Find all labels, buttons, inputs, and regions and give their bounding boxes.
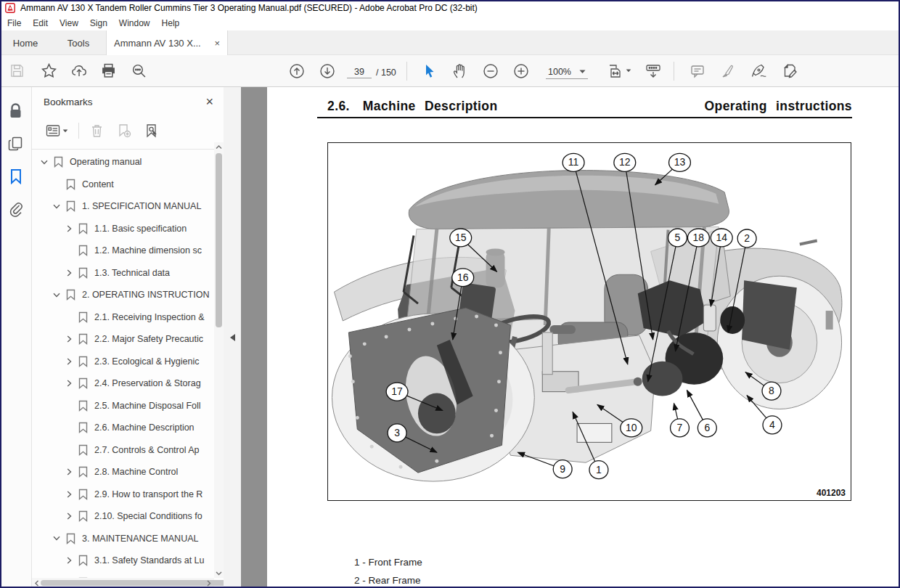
bookmark-options-button[interactable] [42,121,71,140]
chevron-right-icon[interactable] [64,467,74,477]
attachments-button[interactable] [4,197,28,221]
bookmark-item[interactable]: 2.7. Controls & Control Ap [32,439,214,462]
bookmark-item[interactable]: 2.5. Machine Disposal Foll [32,395,214,417]
page-number-input[interactable] [347,65,372,78]
bookmark-item[interactable]: 2.4. Preservation & Storag [32,372,214,395]
bookmark-item[interactable]: 2.2. Major Safety Precautic [32,328,214,351]
svg-text:11: 11 [568,156,579,168]
bookmark-item-label: 2.8. Machine Control [94,467,178,477]
svg-text:12: 12 [619,156,631,168]
expand-current-bookmark-button[interactable] [142,121,162,140]
bookmark-item[interactable]: Operating manual [32,151,214,173]
bookmark-item[interactable]: 3.1. Safety Standards at Lu [32,550,214,572]
tab-home[interactable]: Home [0,30,51,55]
bookmark-item[interactable]: 1.3. Technical data [32,262,214,285]
bookmark-item[interactable]: Content [32,173,214,196]
svg-text:9: 9 [560,463,565,475]
scrollbar-thumb[interactable] [41,580,224,586]
search-icon [131,63,147,78]
bookmarks-vertical-scrollbar[interactable] [214,142,224,578]
bookmark-item[interactable]: 3.2. Specification of fluids [32,572,214,579]
hand-icon [452,63,468,79]
menu-window[interactable]: Window [113,17,156,30]
scroll-right-arrow[interactable] [204,578,214,588]
save-icon [10,64,24,78]
bookmark-item[interactable]: 3. MAINTENANCE MANUAL [32,528,214,550]
chevron-right-icon[interactable] [64,334,74,344]
zoom-in-button[interactable] [510,60,532,82]
chevron-down-icon[interactable] [39,157,49,167]
close-tab-icon[interactable]: × [214,38,220,49]
svg-text:6: 6 [704,422,710,433]
menu-help[interactable]: Help [156,17,186,30]
bookmark-item[interactable]: 2.9. How to transport the R [32,483,214,506]
chevron-right-icon[interactable] [64,511,74,521]
zoom-out-button[interactable] [480,60,502,82]
scroll-up-arrow[interactable] [214,142,224,152]
save-button[interactable] [6,60,28,82]
tab-document[interactable]: Ammann AV 130 X... × [106,30,228,55]
bookmark-item[interactable]: 2.10. Special Conditions fo [32,505,214,528]
bookmark-item[interactable]: 1.1. Basic specification [32,218,214,240]
menu-view[interactable]: View [54,17,84,30]
bookmark-item-label: 2.4. Preservation & Storag [94,378,201,388]
select-tool-button[interactable] [419,60,441,82]
chevron-right-icon[interactable] [64,378,74,388]
bookmarks-panel-title: Bookmarks [44,97,93,107]
fit-width-button[interactable] [605,60,634,82]
search-button[interactable] [128,60,150,82]
next-page-button[interactable] [316,60,338,82]
bookmarks-panel-header: Bookmarks × [32,87,224,116]
bookmarks-tree: Operating manual Content 1. SPECIFICATIO… [32,151,214,578]
menu-file[interactable]: File [1,17,27,30]
svg-text:3: 3 [394,427,400,438]
previous-page-button[interactable] [286,60,308,82]
chevron-right-icon[interactable] [64,224,74,234]
bookmark-item[interactable]: 1. SPECIFICATION MANUAL [32,195,214,218]
bookmark-item[interactable]: 2.6. Machine Description [32,417,214,439]
chevron-right-icon[interactable] [64,356,74,367]
highlight-button[interactable] [717,60,739,82]
bookmarks-panel-button[interactable] [4,164,28,189]
bookmark-item-label: 2.7. Controls & Control Ap [94,445,200,455]
collapse-panel-button[interactable] [224,323,241,352]
bookmark-item[interactable]: 2.3. Ecological & Hygienic [32,351,214,373]
share-button[interactable] [68,60,90,82]
menu-sign[interactable]: Sign [84,17,113,30]
scrolling-mode-button[interactable] [642,60,664,82]
new-bookmark-button[interactable] [114,121,134,140]
comment-button[interactable] [687,60,708,82]
security-settings-button[interactable] [4,99,28,123]
close-panel-button[interactable]: × [205,95,213,108]
figure-code: 401203 [817,488,846,498]
section-number: 2.6. [327,99,350,114]
chevron-right-icon[interactable] [64,555,74,565]
favorites-button[interactable] [38,60,60,82]
chevron-down-icon[interactable] [52,290,62,300]
menu-edit[interactable]: Edit [27,17,54,30]
bookmark-item-label: 1.3. Technical data [94,268,170,278]
bookmark-item[interactable]: 2.1. Receiving Inspection & [32,306,214,329]
page-thumbnails-button[interactable] [4,131,28,156]
bookmark-item[interactable]: 2. OPERATING INSTRUCTION [32,284,214,306]
chevron-down-icon[interactable] [52,201,62,211]
delete-bookmark-button[interactable] [86,121,107,140]
chevron-right-icon[interactable] [64,489,74,499]
bookmarks-horizontal-scrollbar[interactable] [32,578,214,588]
pages-icon [8,136,23,152]
chevron-down-icon[interactable] [52,534,62,544]
print-button[interactable] [97,60,119,82]
scrollbar-thumb[interactable] [216,153,222,327]
tab-tools[interactable]: Tools [51,30,106,55]
bookmark-item[interactable]: 2.8. Machine Control [32,461,214,483]
bookmark-item[interactable]: 1.2. Machine dimension sc [32,240,214,262]
fill-sign-button[interactable] [748,60,769,82]
hand-tool-button[interactable] [449,60,471,82]
main-toolbar: / 150 100% [0,55,900,87]
bookmark-item-label: 1.2. Machine dimension sc [94,245,202,256]
callout-6: 6 [687,391,716,437]
scroll-down-arrow[interactable] [214,568,224,578]
zoom-level-dropdown[interactable]: 100% [546,65,588,79]
chevron-right-icon[interactable] [64,268,74,278]
more-tools-button[interactable] [778,60,800,82]
